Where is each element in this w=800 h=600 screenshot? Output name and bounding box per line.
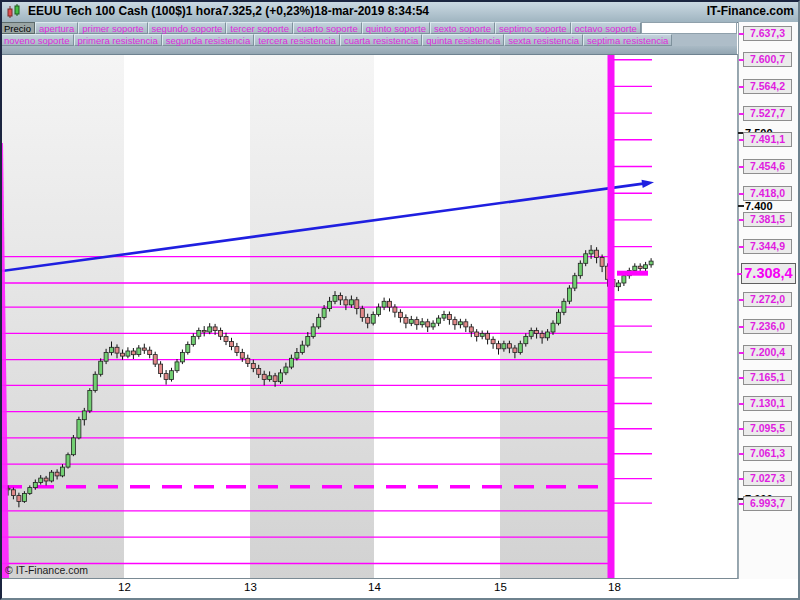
- brand-label: IT-Finance.com: [707, 4, 794, 18]
- level-price-label-7130.1: 7.130,1: [743, 396, 792, 411]
- toolbar-divider: [0, 46, 737, 54]
- toolbar-button-septima-resistencia[interactable]: septima resistencia: [583, 34, 672, 46]
- toolbar-button-segunda-resistencia[interactable]: segunda resistencia: [162, 34, 255, 46]
- price-scale[interactable]: 7.5007.4007.0007.637,37.600,77.564,27.52…: [738, 22, 799, 579]
- level-price-label-7381.5: 7.381,5: [743, 212, 792, 227]
- toolbar-button-segundo-soporte[interactable]: segundo soporte: [148, 22, 227, 34]
- axis-price-label-7400: 7.400: [745, 200, 790, 212]
- trading-app-window: EEUU Tech 100 Cash (100$) 1 hora 7.325,2…: [0, 0, 800, 600]
- toolbar-button-precio[interactable]: Precio: [0, 22, 35, 34]
- toolbar-button-septimo-soporte[interactable]: septimo soporte: [495, 22, 571, 34]
- axis-day-label-12: 12: [118, 581, 131, 593]
- level-price-label-6993.7: 6.993,7: [743, 496, 792, 511]
- toolbar-button-apertura[interactable]: apertura: [35, 22, 78, 34]
- day-bands: [2, 55, 611, 578]
- current-price-label: 7.308,4: [741, 263, 796, 284]
- toolbar-row-resistencias: noveno soporteprimera resistenciasegunda…: [0, 34, 737, 46]
- chart-canvas[interactable]: [1, 54, 738, 579]
- toolbar-button-noveno-soporte[interactable]: noveno soporte: [0, 34, 74, 46]
- toolbar-button-cuarta-resistencia[interactable]: cuarta resistencia: [340, 34, 422, 46]
- level-price-label-7418: 7.418,0: [743, 186, 792, 201]
- toolbar-filler: [641, 22, 737, 34]
- toolbar-button-quinta-resistencia[interactable]: quinta resistencia: [422, 34, 504, 46]
- level-price-label-7527.7: 7.527,7: [743, 106, 792, 121]
- level-price-label-7200.4: 7.200,4: [743, 345, 792, 360]
- price-quote: 7.325,2 (+0,23%): [222, 4, 314, 18]
- level-price-label-7236: 7.236,0: [743, 319, 792, 334]
- toolbar-button-quinto-soporte[interactable]: quinto soporte: [362, 22, 430, 34]
- level-price-label-7344.9: 7.344,9: [743, 239, 792, 254]
- toolbar-button-primer-soporte[interactable]: primer soporte: [78, 22, 147, 34]
- level-price-label-7095.5: 7.095,5: [743, 421, 792, 436]
- toolbar-button-tercer-soporte[interactable]: tercer soporte: [226, 22, 293, 34]
- instrument-title: EEUU Tech 100 Cash (100$): [28, 4, 186, 18]
- level-price-label-7272: 7.272,0: [743, 292, 792, 307]
- level-price-label-7600.7: 7.600,7: [743, 52, 792, 67]
- level-price-label-7491.1: 7.491,1: [743, 132, 792, 147]
- toolbar-button-primera-resistencia[interactable]: primera resistencia: [74, 34, 162, 46]
- level-price-label-7165.1: 7.165,1: [743, 370, 792, 385]
- axis-day-label-13: 13: [244, 581, 257, 593]
- timeframe-label: 1 hora: [186, 4, 222, 18]
- toolbar-button-octavo-soporte[interactable]: octavo soporte: [571, 22, 641, 34]
- time-axis: 1213141518: [0, 579, 800, 600]
- axis-day-label-15: 15: [494, 581, 507, 593]
- toolbar-button-sexta-resistencia[interactable]: sexta resistencia: [504, 34, 583, 46]
- level-price-label-7454.6: 7.454,6: [743, 159, 792, 174]
- chart-watermark: © IT-Finance.com: [5, 564, 88, 576]
- toolbar-button-tercera-resistencia[interactable]: tercera resistencia: [254, 34, 340, 46]
- datetime-label: 18-mar-2019 8:34:54: [314, 4, 429, 18]
- toolbar-row-soportes: Precioaperturaprimer soportesegundo sopo…: [0, 22, 737, 34]
- toolbar-button-sexto-soporte[interactable]: sexto soporte: [430, 22, 495, 34]
- session-vertical-line: [608, 55, 615, 578]
- toolbar-button-cuarto-soporte[interactable]: cuarto soporte: [293, 22, 362, 34]
- title-bar: EEUU Tech 100 Cash (100$) 1 hora 7.325,2…: [0, 0, 800, 23]
- axis-day-label-14: 14: [368, 581, 381, 593]
- level-price-label-7061.3: 7.061,3: [743, 446, 792, 461]
- level-price-label-7564.2: 7.564,2: [743, 79, 792, 94]
- candlestick-icon: [6, 3, 22, 19]
- axis-day-label-18: 18: [608, 581, 621, 593]
- level-price-label-7027.3: 7.027,3: [743, 471, 792, 486]
- level-price-label-7637.3: 7.637,3: [743, 26, 792, 41]
